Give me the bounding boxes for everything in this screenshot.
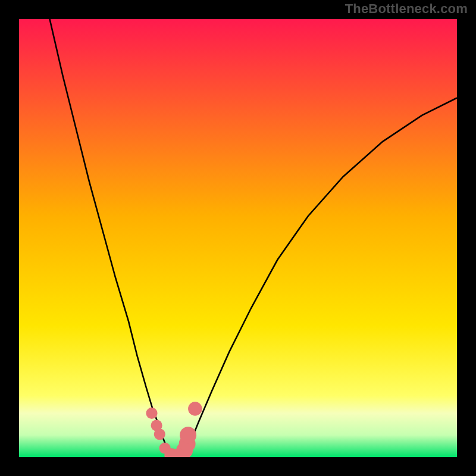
plot-svg: [19, 19, 457, 457]
chart-frame: TheBottleneck.com: [0, 0, 476, 476]
plot-area: [19, 19, 457, 457]
highlight-dot: [154, 428, 165, 440]
watermark-text: TheBottleneck.com: [345, 1, 468, 17]
highlight-dot: [188, 402, 202, 416]
highlight-dot: [146, 408, 157, 419]
gradient-background: [19, 19, 457, 457]
highlight-dot: [180, 427, 196, 443]
